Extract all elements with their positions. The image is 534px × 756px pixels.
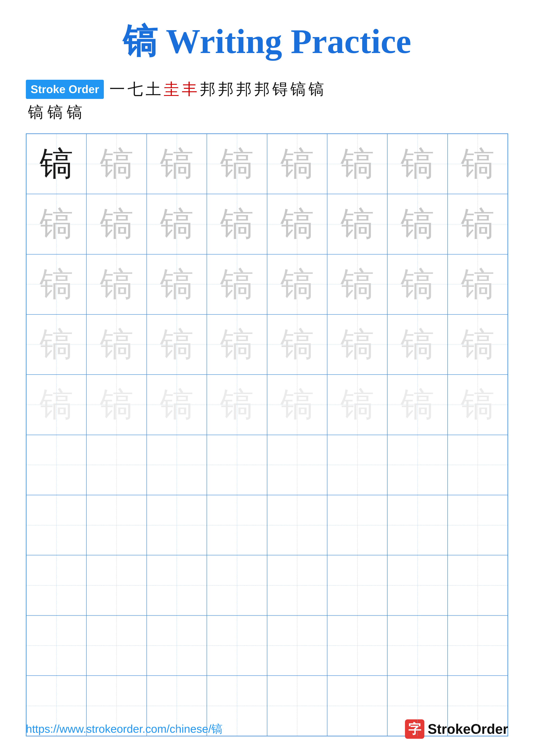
stroke-order-section: Stroke Order 一 七 土 圭 丰 邦 邦 邦 邦 锝 镐 镐 镐 镐… (26, 78, 508, 122)
title-char: 镐 (123, 22, 157, 61)
cell-char: 镐 (280, 388, 314, 421)
grid-cell[interactable]: 镐 (26, 314, 87, 375)
grid-cell[interactable]: 镐 (327, 375, 387, 435)
grid-cell[interactable] (26, 615, 87, 676)
grid-cell[interactable]: 镐 (327, 254, 387, 314)
cell-char: 镐 (100, 207, 133, 241)
cell-char: 镐 (401, 268, 434, 301)
grid-cell[interactable]: 镐 (267, 194, 327, 254)
grid-cell[interactable] (267, 615, 327, 676)
grid-row-4: 镐 镐 镐 镐 镐 镐 镐 镐 (26, 314, 508, 375)
cell-char: 镐 (100, 147, 133, 180)
cell-char: 镐 (280, 207, 314, 241)
grid-cell[interactable] (147, 555, 207, 615)
grid-cell[interactable] (387, 555, 447, 615)
grid-cell[interactable]: 镐 (267, 314, 327, 375)
logo-name: StrokeOrder (428, 721, 508, 737)
cell-char: 镐 (461, 388, 495, 421)
grid-cell[interactable] (327, 555, 387, 615)
grid-cell[interactable]: 镐 (147, 254, 207, 314)
grid-cell[interactable] (147, 435, 207, 495)
grid-cell[interactable]: 镐 (26, 134, 87, 194)
grid-cell[interactable] (147, 615, 207, 676)
grid-cell[interactable] (87, 495, 146, 555)
grid-cell[interactable]: 镐 (387, 314, 447, 375)
grid-cell[interactable] (26, 435, 87, 495)
grid-cell[interactable]: 镐 (447, 314, 508, 375)
cell-char: 镐 (100, 328, 133, 361)
grid-cell[interactable]: 镐 (147, 194, 207, 254)
stroke-4: 圭 (164, 78, 179, 100)
grid-cell[interactable] (327, 495, 387, 555)
grid-cell[interactable] (387, 615, 447, 676)
grid-cell[interactable]: 镐 (447, 375, 508, 435)
stroke-1: 一 (110, 78, 125, 100)
grid-cell[interactable] (26, 495, 87, 555)
grid-cell[interactable] (387, 495, 447, 555)
grid-cell[interactable]: 镐 (87, 254, 146, 314)
cell-char: 镐 (100, 388, 133, 421)
grid-cell[interactable]: 镐 (87, 314, 146, 375)
cell-char: 镐 (160, 147, 193, 180)
grid-cell[interactable] (87, 555, 146, 615)
grid-cell[interactable]: 镐 (147, 134, 207, 194)
grid-cell[interactable] (447, 615, 508, 676)
cell-char: 镐 (341, 388, 374, 421)
grid-cell[interactable]: 镐 (207, 314, 267, 375)
grid-cell[interactable] (387, 435, 447, 495)
grid-cell[interactable]: 镐 (26, 194, 87, 254)
grid-cell[interactable]: 镐 (147, 375, 207, 435)
grid-cell[interactable] (87, 435, 146, 495)
grid-cell[interactable]: 镐 (387, 194, 447, 254)
grid-cell[interactable] (327, 615, 387, 676)
grid-cell[interactable]: 镐 (87, 375, 146, 435)
grid-cell[interactable]: 镐 (87, 134, 146, 194)
grid-cell[interactable] (207, 495, 267, 555)
grid-cell[interactable]: 镐 (327, 194, 387, 254)
grid-cell[interactable]: 镐 (147, 314, 207, 375)
grid-cell[interactable]: 镐 (26, 375, 87, 435)
grid-cell[interactable]: 镐 (447, 194, 508, 254)
grid-cell[interactable]: 镐 (387, 134, 447, 194)
grid-cell[interactable]: 镐 (327, 314, 387, 375)
cell-char: 镐 (160, 328, 193, 361)
grid-cell[interactable]: 镐 (26, 254, 87, 314)
grid-cell[interactable] (207, 435, 267, 495)
grid-cell[interactable] (447, 435, 508, 495)
grid-cell[interactable] (26, 555, 87, 615)
grid-cell[interactable]: 镐 (207, 254, 267, 314)
cell-char: 镐 (341, 268, 374, 301)
grid-cell[interactable]: 镐 (387, 254, 447, 314)
cell-char: 镐 (280, 328, 314, 361)
grid-cell[interactable]: 镐 (207, 134, 267, 194)
grid-cell[interactable] (87, 615, 146, 676)
grid-row-9 (26, 615, 508, 676)
grid-cell[interactable]: 镐 (387, 375, 447, 435)
grid-cell[interactable] (447, 555, 508, 615)
cell-char: 镐 (39, 328, 73, 361)
grid-cell[interactable] (207, 615, 267, 676)
grid-cell[interactable]: 镐 (207, 375, 267, 435)
grid-cell[interactable]: 镐 (207, 194, 267, 254)
stroke-2: 七 (128, 78, 143, 100)
cell-char: 镐 (39, 207, 73, 241)
grid-cell[interactable]: 镐 (327, 134, 387, 194)
grid-cell[interactable]: 镐 (267, 134, 327, 194)
stroke-overflow: 镐 镐 镐 (26, 102, 508, 122)
grid-cell[interactable]: 镐 (267, 375, 327, 435)
stroke-7: 邦 (218, 78, 234, 100)
grid-cell[interactable] (267, 435, 327, 495)
grid-cell[interactable] (147, 495, 207, 555)
grid-cell[interactable]: 镐 (87, 194, 146, 254)
grid-cell[interactable] (267, 495, 327, 555)
cell-char: 镐 (341, 328, 374, 361)
grid-cell[interactable] (207, 555, 267, 615)
footer-logo: 字 StrokeOrder (405, 719, 508, 739)
footer-url[interactable]: https://www.strokeorder.com/chinese/镐 (26, 721, 222, 737)
grid-cell[interactable] (267, 555, 327, 615)
grid-cell[interactable] (327, 435, 387, 495)
grid-cell[interactable] (447, 495, 508, 555)
grid-cell[interactable]: 镐 (447, 134, 508, 194)
grid-cell[interactable]: 镐 (267, 254, 327, 314)
grid-cell[interactable]: 镐 (447, 254, 508, 314)
